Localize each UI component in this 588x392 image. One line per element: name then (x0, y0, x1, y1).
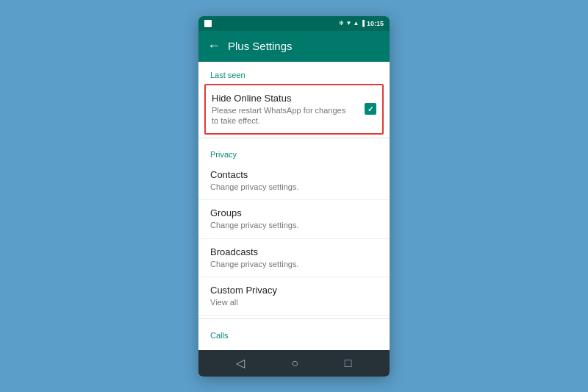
back-button[interactable]: ← (207, 38, 220, 54)
broadcasts-title: Broadcasts (210, 246, 378, 257)
groups-subtitle: Change privacy settings. (210, 220, 378, 230)
custom-privacy-title: Custom Privacy (210, 285, 378, 296)
custom-privacy-subtitle: View all (210, 297, 378, 307)
contacts-text: Contacts Change privacy settings. (210, 169, 378, 192)
hide-online-status-subtitle: Please restart WhatsApp for changesto ta… (212, 105, 365, 126)
nav-home-button[interactable]: ○ (291, 357, 298, 370)
app-bar-title: Plus Settings (228, 40, 293, 52)
section-header-last-seen: Last seen (198, 62, 390, 82)
bluetooth-icon: ✻ (339, 20, 344, 26)
content-area: Last seen Hide Online Status Please rest… (198, 62, 390, 350)
nav-bar: ◁ ○ □ (198, 350, 390, 377)
contacts-item[interactable]: Contacts Change privacy settings. (198, 162, 390, 200)
status-bar: ▪ ✻ ▼ ▲ ▐ 10:15 (198, 16, 390, 31)
groups-item[interactable]: Groups Change privacy settings. (198, 200, 390, 238)
nav-back-button[interactable]: ◁ (236, 356, 245, 370)
contacts-subtitle: Change privacy settings. (210, 182, 378, 192)
hide-online-status-text: Hide Online Status Please restart WhatsA… (212, 93, 365, 126)
divider-1 (198, 138, 390, 138)
custom-privacy-item[interactable]: Custom Privacy View all (198, 277, 390, 316)
status-icons: ✻ ▼ ▲ ▐ (339, 20, 365, 26)
battery-icon: ▐ (360, 20, 365, 26)
section-header-privacy: Privacy (198, 141, 390, 162)
hide-online-status-checkbox[interactable] (365, 103, 376, 115)
hide-online-status-title: Hide Online Status (212, 93, 365, 104)
divider-2 (198, 318, 390, 319)
app-bar: ← Plus Settings (198, 31, 390, 62)
nav-recent-button[interactable]: □ (345, 357, 352, 370)
signal-icon: ▼ (345, 20, 351, 26)
hide-online-status-item[interactable]: Hide Online Status Please restart WhatsA… (204, 84, 384, 135)
who-can-call-item[interactable]: Who can call me? Everyone (198, 343, 390, 349)
section-header-calls: Calls (198, 322, 390, 343)
status-bar-right: ✻ ▼ ▲ ▐ 10:15 (339, 20, 384, 27)
contacts-title: Contacts (210, 169, 378, 180)
broadcasts-item[interactable]: Broadcasts Change privacy settings. (198, 239, 390, 277)
status-time: 10:15 (367, 20, 384, 27)
status-bar-left: ▪ (204, 20, 212, 27)
custom-privacy-text: Custom Privacy View all (210, 285, 378, 307)
broadcasts-text: Broadcasts Change privacy settings. (210, 246, 378, 269)
phone-container: ▪ ✻ ▼ ▲ ▐ 10:15 ← Plus Settings Last see… (198, 16, 390, 377)
broadcasts-subtitle: Change privacy settings. (210, 259, 378, 269)
groups-title: Groups (210, 207, 378, 218)
groups-text: Groups Change privacy settings. (210, 207, 378, 230)
wifi-icon: ▲ (353, 20, 359, 26)
notification-icon: ▪ (204, 20, 212, 27)
